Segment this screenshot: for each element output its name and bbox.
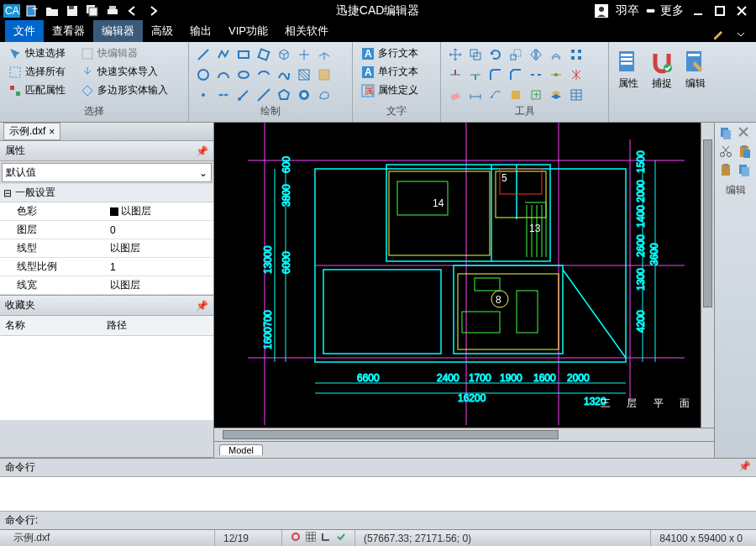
more-label[interactable]: 更多 — [660, 3, 684, 18]
polyline-icon[interactable] — [216, 47, 231, 62]
block-icon[interactable] — [508, 87, 523, 102]
menu-tab-editor[interactable]: 编辑器 — [93, 20, 143, 42]
undo-icon[interactable] — [124, 3, 141, 18]
prop-row-color[interactable]: 色彩以图层 — [0, 202, 213, 221]
pin-icon[interactable]: 📌 — [196, 145, 208, 157]
multiline-text[interactable]: A多行文本 — [360, 45, 433, 61]
polygon-entity-input[interactable]: 多边形实体输入 — [79, 82, 170, 98]
prop-row-linetype[interactable]: 线型以图层 — [0, 239, 213, 258]
menu-tab-file[interactable]: 文件 — [5, 20, 44, 42]
layer-icon[interactable] — [549, 87, 564, 102]
rect-icon[interactable] — [236, 47, 251, 62]
join-icon[interactable] — [549, 67, 564, 82]
spline-icon[interactable] — [276, 67, 291, 82]
saveall-icon[interactable] — [84, 3, 101, 18]
hatch-icon[interactable] — [297, 67, 312, 82]
leader-icon[interactable] — [488, 87, 503, 102]
insert-icon[interactable]: + — [528, 87, 543, 102]
status-check-icon[interactable] — [336, 532, 346, 544]
break-icon[interactable] — [528, 67, 543, 82]
explode-icon[interactable] — [569, 67, 584, 82]
redo-icon[interactable] — [144, 3, 161, 18]
attr-definition[interactable]: 属属性定义 — [360, 82, 433, 98]
ellipse-arc-icon[interactable] — [256, 67, 271, 82]
properties-button[interactable]: 属性 — [612, 45, 644, 95]
dock-clipboard-icon[interactable] — [719, 163, 734, 178]
menu-tab-viewer[interactable]: 查看器 — [44, 20, 93, 42]
single-text[interactable]: A单行文本 — [360, 64, 433, 80]
point-icon[interactable] — [196, 87, 211, 102]
dock-cut-icon[interactable] — [719, 144, 734, 160]
vertical-scrollbar[interactable] — [701, 123, 714, 428]
open-icon[interactable] — [44, 3, 60, 18]
arc-icon[interactable] — [216, 67, 231, 82]
dim-icon[interactable] — [468, 87, 483, 102]
iso-icon[interactable] — [317, 47, 332, 62]
circle-icon[interactable] — [196, 67, 211, 82]
pin-icon[interactable]: 📌 — [738, 460, 751, 475]
maximize-icon[interactable] — [712, 3, 727, 18]
close-icon[interactable] — [734, 3, 749, 18]
dock-copy-icon[interactable] — [719, 126, 734, 141]
snap-button[interactable]: 捕捉 — [646, 45, 678, 95]
status-snap-icon[interactable] — [291, 532, 301, 544]
move-icon[interactable] — [448, 47, 463, 62]
edit-button[interactable]: 编辑 — [680, 45, 711, 95]
line-icon[interactable] — [196, 47, 211, 62]
more-dots-icon[interactable]: ••• — [646, 4, 654, 18]
divide-icon[interactable] — [216, 87, 231, 102]
rotate-icon[interactable] — [488, 47, 503, 62]
user-name[interactable]: 羽卒 — [616, 3, 639, 18]
ribbon-edit-icon[interactable] — [711, 27, 727, 42]
menu-tab-output[interactable]: 输出 — [181, 20, 220, 42]
dock-paste-icon[interactable] — [738, 144, 753, 160]
xline-icon[interactable] — [256, 87, 271, 102]
fillet-icon[interactable] — [488, 67, 503, 82]
trim-icon[interactable] — [448, 67, 463, 82]
command-input[interactable] — [41, 515, 751, 527]
save-icon[interactable] — [64, 3, 81, 18]
pin-icon[interactable]: 📌 — [196, 300, 208, 312]
donut-icon[interactable] — [297, 87, 312, 102]
dock-copy2-icon[interactable] — [738, 163, 753, 178]
drawing-canvas[interactable]: 14 5 13 8 6600 2400 1700 1900 1600 2000 … — [214, 123, 714, 428]
prop-row-ltscale[interactable]: 线型比例1 — [0, 258, 213, 276]
menu-tab-vip[interactable]: VIP功能 — [220, 20, 276, 42]
region-icon[interactable] — [317, 67, 332, 82]
match-properties[interactable]: 匹配属性 — [7, 82, 67, 98]
status-grid-icon[interactable] — [306, 532, 316, 544]
cube-icon[interactable] — [276, 47, 291, 62]
menu-tab-related[interactable]: 相关软件 — [276, 20, 337, 42]
quick-select[interactable]: 快速选择 — [7, 45, 67, 61]
status-ortho-icon[interactable] — [321, 532, 331, 544]
polygon-icon[interactable] — [276, 87, 291, 102]
ribbon-chevron-icon[interactable] — [732, 27, 749, 42]
minimize-icon[interactable] — [690, 3, 706, 18]
cross-icon[interactable] — [297, 47, 312, 62]
horizontal-scrollbar[interactable] — [214, 428, 714, 441]
user-icon[interactable] — [594, 3, 609, 18]
erase-icon[interactable] — [448, 87, 463, 102]
ray-icon[interactable] — [236, 87, 251, 102]
menu-tab-advanced[interactable]: 高级 — [143, 20, 181, 42]
prop-group-general[interactable]: ⊟一般设置 — [0, 184, 213, 202]
offset-icon[interactable] — [549, 47, 564, 62]
scale-icon[interactable] — [508, 47, 523, 62]
rotrect-icon[interactable] — [256, 47, 271, 62]
file-tab-close-icon[interactable]: × — [49, 126, 55, 138]
new-icon[interactable]: + — [24, 3, 40, 18]
file-tab[interactable]: 示例.dxf × — [3, 123, 60, 140]
prop-row-layer[interactable]: 图层0 — [0, 221, 213, 239]
model-tab[interactable]: Model — [219, 444, 263, 455]
mirror-icon[interactable] — [528, 47, 543, 62]
select-all[interactable]: 选择所有 — [7, 64, 67, 80]
extend-icon[interactable] — [468, 67, 483, 82]
copy-icon[interactable] — [468, 47, 483, 62]
chamfer-icon[interactable] — [508, 67, 523, 82]
revcloud-icon[interactable] — [317, 87, 332, 102]
ellipse-icon[interactable] — [236, 67, 251, 82]
entity-import[interactable]: 快速实体导入 — [79, 64, 160, 80]
print-icon[interactable] — [104, 3, 121, 18]
default-value-dropdown[interactable]: 默认值⌄ — [2, 163, 212, 182]
dock-close-icon[interactable] — [738, 126, 753, 141]
